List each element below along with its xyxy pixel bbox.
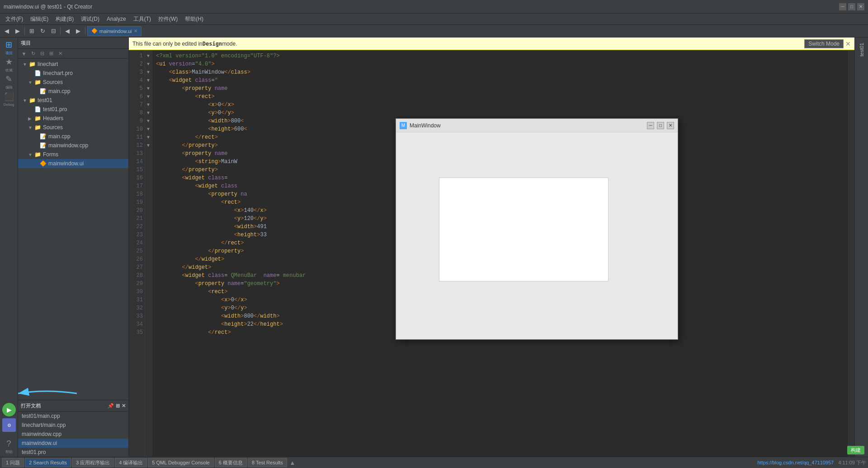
switch-mode-button[interactable]: Switch Mode <box>804 39 844 48</box>
preview-window[interactable]: M MainWindow ─ □ ✕ <box>396 118 678 340</box>
main-layout: ⊞ 项目 ★ 收藏 ✎ 编辑 ⬛ Debug ? 帮助 项目 ▼ ↻ ⊟ ⊞ ✕ <box>0 37 868 457</box>
tree-test01-maincpp[interactable]: 📝 main.cpp <box>18 132 128 141</box>
menu-edit[interactable]: 编辑(E) <box>27 14 52 24</box>
open-doc-linechart-main[interactable]: linechart/main.cpp <box>18 421 128 430</box>
toolbar-sync[interactable]: ↻ <box>38 26 47 36</box>
sidebar-icon-debug[interactable]: ⬛ Debug <box>1 91 17 107</box>
toolbar-sep1 <box>24 27 25 35</box>
toolbar-collapse[interactable]: ⊟ <box>48 26 58 36</box>
open-docs-layout[interactable]: ⊞ <box>116 403 120 409</box>
project-collapse-btn[interactable]: ⊟ <box>38 50 46 58</box>
open-doc-test01-main[interactable]: test01/main.cpp <box>18 412 128 421</box>
code-line-1: <?xml version="1.0" encoding="UTF-8"?> <box>156 52 844 60</box>
menu-analyze[interactable]: Analyze <box>103 15 130 23</box>
tree-test01[interactable]: ▼ 📁 test01 <box>18 96 128 105</box>
editor-tab-mainwindow-ui[interactable]: 🔶 mainwindow.ui ✕ <box>87 26 142 36</box>
tree-mainwindow-ui[interactable]: 🔶 mainwindow.ui <box>18 159 128 168</box>
project-filter-btn[interactable]: ▼ <box>20 50 28 58</box>
fold-6[interactable]: ▼ <box>145 76 151 84</box>
menu-help[interactable]: 帮助(H) <box>181 14 207 24</box>
bottom-tab-app-output[interactable]: 3 应用程序输出 <box>72 458 114 467</box>
tree-mainwindow-cpp[interactable]: 📝 mainwindow.cpp <box>18 141 128 150</box>
bottom-tab-issues[interactable]: 1 问题 <box>2 458 24 467</box>
fold-13[interactable]: ▼ <box>145 84 151 93</box>
ln-7: 7 <box>131 101 143 109</box>
file-tree: ▼ 📁 linechart 📄 linechart.pro ▼ 📁 Source… <box>18 59 128 400</box>
maximize-button[interactable]: □ <box>848 3 855 10</box>
fold-17[interactable]: ▼ <box>145 101 151 109</box>
ln-6: 6 <box>131 93 143 101</box>
menu-file[interactable]: 文件(F) <box>2 14 27 24</box>
ln-9: 9 <box>131 117 143 125</box>
ln-8: 8 <box>131 109 143 117</box>
menu-tools[interactable]: 工具(T) <box>130 14 155 24</box>
ln-3: 3 <box>131 68 143 76</box>
toolbar-nav-forward[interactable]: ▶ <box>73 26 83 36</box>
ln-21: 21 <box>131 215 143 223</box>
open-docs-close[interactable]: ✕ <box>122 403 126 409</box>
fold-4[interactable]: ▼ <box>145 60 151 68</box>
open-doc-mainwindow-cpp[interactable]: mainwindow.cpp <box>18 430 128 439</box>
menu-widget[interactable]: 控件(W) <box>155 14 181 24</box>
debug-icon-label: Debug <box>4 103 14 107</box>
bottom-tab-summary[interactable]: 6 概要信息 <box>215 458 247 467</box>
fold-30[interactable]: ▼ <box>145 141 151 150</box>
open-doc-test01-pro[interactable]: test01.pro <box>18 448 128 457</box>
title-bar-left: mainwindow.ui @ test01 - Qt Creator <box>4 4 92 10</box>
fold-16[interactable]: ▼ <box>145 93 151 101</box>
toolbar-back[interactable]: ◀ <box>2 26 12 36</box>
bottom-tab-qml[interactable]: 5 QML Debugger Console <box>148 458 213 467</box>
sidebar-icon-project[interactable]: ⊞ 项目 <box>1 39 17 56</box>
project-close-btn[interactable]: ✕ <box>56 50 64 58</box>
test01-label: test01 <box>859 43 864 56</box>
run-button[interactable]: ▶ <box>2 403 16 417</box>
build-run-button[interactable]: ⚙ <box>2 418 16 432</box>
tree-linechart-maincpp[interactable]: 📝 main.cpp <box>18 87 128 96</box>
tree-test01-sources[interactable]: ▼ 📁 Sources <box>18 123 128 132</box>
tree-forms[interactable]: ▼ 📁 Forms <box>18 150 128 159</box>
fold-29[interactable]: ▼ <box>145 133 151 141</box>
tree-linechart[interactable]: ▼ 📁 linechart <box>18 60 128 69</box>
scrollbar-indicator[interactable] <box>848 50 854 457</box>
tree-test01-pro[interactable]: 📄 test01.pro <box>18 105 128 114</box>
preview-minimize-btn[interactable]: ─ <box>647 122 654 129</box>
project-expand-btn[interactable]: ⊞ <box>47 50 55 58</box>
tree-test01-headers[interactable]: ▶ 📁 Headers <box>18 114 128 123</box>
fold-5[interactable]: ▼ <box>145 68 151 76</box>
tree-linechart-pro[interactable]: 📄 linechart.pro <box>18 69 128 78</box>
toolbar-nav-back[interactable]: ◀ <box>62 26 72 36</box>
minimize-button[interactable]: ─ <box>839 3 846 10</box>
sidebar-icon-help[interactable]: ? 帮助 <box>1 439 17 455</box>
close-button[interactable]: ✕ <box>857 3 864 10</box>
sidebar-icon-edit[interactable]: ✎ 编辑 <box>1 74 17 90</box>
open-doc-mainwindow-ui[interactable]: mainwindow.ui <box>18 439 128 448</box>
editor-tab-close[interactable]: ✕ <box>134 28 137 33</box>
menu-build[interactable]: 构建(B) <box>52 14 77 24</box>
fold-28[interactable]: ▼ <box>145 125 151 133</box>
bottom-up-button[interactable]: ▲ <box>289 459 296 466</box>
toolbar-forward[interactable]: ▶ <box>13 26 23 36</box>
fold-18[interactable]: ▼ <box>145 109 151 117</box>
sidebar-icon-favorites[interactable]: ★ 收藏 <box>1 56 17 73</box>
status-bar-time: 4:11:09 下午 <box>838 459 866 466</box>
bottom-tab-search[interactable]: 2 Search Results <box>25 458 71 467</box>
bottom-tab-compile[interactable]: 4 编译输出 <box>115 458 147 467</box>
code-line-4: <widget class=" <box>156 76 844 84</box>
preview-title-bar: M MainWindow ─ □ ✕ <box>396 119 678 132</box>
open-docs-pin[interactable]: 📌 <box>108 403 114 409</box>
preview-close-btn[interactable]: ✕ <box>667 122 674 129</box>
menu-debug[interactable]: 调试(D) <box>77 14 103 24</box>
project-sync-btn[interactable]: ↻ <box>29 50 37 58</box>
toolbar-filter[interactable]: ⊞ <box>27 26 37 36</box>
preview-maximize-btn[interactable]: □ <box>657 122 664 129</box>
close-warning-button[interactable]: ✕ <box>845 40 851 47</box>
ln-16: 16 <box>131 174 143 182</box>
tree-label-test01: test01 <box>38 97 52 103</box>
folder-icon-linechart-sources: 📁 <box>34 79 41 85</box>
fold-2[interactable]: ▼ <box>145 52 151 60</box>
status-bar-link[interactable]: https://blog.csdn.net/qq_47110957 <box>757 460 834 465</box>
bottom-tab-test[interactable]: 8 Test Results <box>248 458 287 467</box>
tree-label-linechart: linechart <box>38 61 58 67</box>
tree-linechart-sources[interactable]: ▼ 📁 Sources <box>18 78 128 87</box>
fold-19[interactable]: ▼ <box>145 117 151 125</box>
